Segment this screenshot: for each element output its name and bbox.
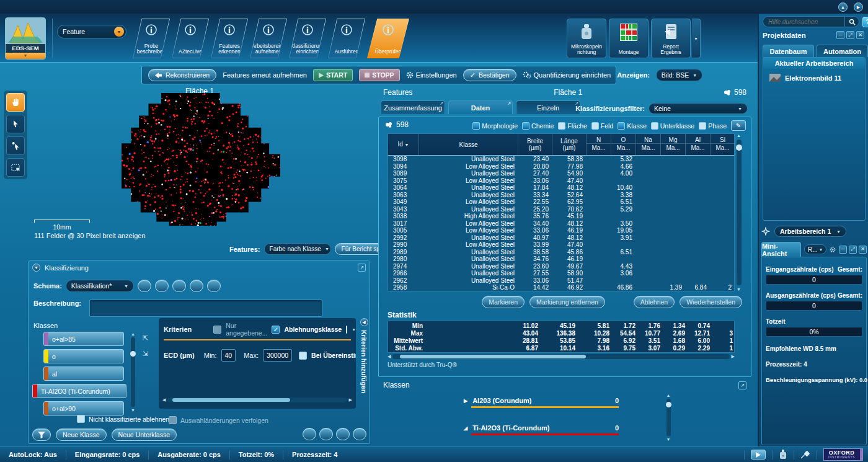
table-row[interactable]: 2992 Unalloyed Steel 40.97 48.12 3.91 — [388, 234, 734, 242]
column-checkbox-item[interactable]: Klasse — [618, 122, 647, 130]
table-row[interactable]: 2958 Si-Ca-O 14.42 46.92 46.86 1.39 6.84… — [388, 284, 734, 291]
expand-panel-icon[interactable]: ↗ — [738, 381, 746, 389]
close-icon[interactable]: ✕ — [856, 31, 864, 39]
expand-panel-icon[interactable]: ↗ — [358, 264, 366, 272]
ablehnen-button[interactable]: Ablehnen — [634, 296, 675, 308]
klassen-item[interactable]: ◢ Ti-Al2O3 (Ti-Corundum) 0 — [464, 424, 619, 435]
sidebar-tab[interactable]: Datenbaum — [763, 45, 814, 57]
neue-unterklasse-button[interactable]: Neue Unterklasse — [112, 429, 177, 441]
move-down-icon[interactable]: ⇲ — [143, 350, 148, 358]
collapse-left-icon[interactable]: ◀ — [360, 318, 368, 326]
col-al[interactable]: AlMa... — [686, 134, 711, 155]
schema-dropdown[interactable]: Klassifikation*▼ — [66, 280, 134, 292]
mini-ansicht-tab[interactable]: Mini-Ansicht — [761, 242, 801, 257]
table-row[interactable]: 2953 Unalloyed Steel 35.97 49.85 — [388, 291, 734, 292]
scroll-up-icon[interactable]: ▲ — [131, 332, 135, 336]
col-n[interactable]: NMa... — [587, 134, 611, 155]
table-row[interactable]: 3094 Low Alloyed Steel 20.80 77.98 4.66 — [388, 163, 734, 171]
scroll-thumb[interactable] — [172, 398, 290, 402]
checkbox[interactable] — [522, 122, 529, 130]
workflow-step[interactable]: Ausführen — [328, 19, 365, 58]
table-row[interactable]: 3005 Low Alloyed Steel 33.06 46.19 19.05 — [388, 227, 734, 234]
checkbox[interactable] — [591, 122, 599, 130]
klass-save-button[interactable] — [303, 428, 316, 440]
col-o[interactable]: OMa... — [611, 134, 636, 155]
klass-save-button[interactable] — [353, 428, 366, 440]
sidebar-tab[interactable]: Automation — [817, 45, 868, 57]
ablehnungsklasse-checkbox[interactable]: ✓ — [272, 326, 280, 334]
feature-select-tool[interactable] — [6, 136, 25, 155]
col-na[interactable]: NaMa... — [636, 134, 661, 155]
workflow-step[interactable]: Features erkennen — [211, 19, 248, 58]
scroll-down-icon[interactable]: ▼ — [737, 287, 741, 291]
kriterien-hscrollbar[interactable]: ◀ ▶ — [162, 398, 352, 402]
pin-icon[interactable] — [800, 450, 810, 459]
class-item[interactable]: Ti-Al2O3 (Ti-Corundum) — [32, 384, 126, 398]
close-icon[interactable]: ✕ — [859, 246, 867, 254]
min-input[interactable]: 40 — [221, 349, 236, 362]
ratemeter-dropdown[interactable]: R...▼ — [804, 244, 826, 254]
nav-up-button[interactable]: ▲ — [838, 2, 848, 12]
max-input[interactable]: 300000 — [263, 349, 292, 362]
beschreibung-input[interactable] — [89, 300, 322, 317]
minimize-icon[interactable]: ─ — [836, 31, 844, 39]
report-dropdown-arrow[interactable]: ▼ — [692, 19, 701, 58]
features-tab[interactable]: Daten ↗ — [448, 100, 513, 114]
report-ergebnis-button[interactable]: Report Ergebnis — [651, 19, 691, 58]
neue-klasse-button[interactable]: Neue Klasse — [56, 429, 107, 441]
bei-uebereinstimmung-checkbox[interactable] — [299, 352, 307, 360]
marquee-tool[interactable] — [6, 158, 25, 177]
col-id[interactable]: Id ▼ — [388, 134, 419, 155]
column-checkbox-item[interactable]: Fläche — [558, 122, 587, 130]
col-si[interactable]: SiMa... — [711, 134, 735, 155]
markieren-button[interactable]: Markieren — [482, 296, 525, 308]
filter-button[interactable] — [32, 429, 51, 441]
class-item[interactable]: o+al>90 — [43, 401, 124, 415]
scroll-thumb[interactable] — [400, 355, 586, 358]
workspace-switch-icon[interactable] — [761, 227, 770, 236]
sample-image[interactable] — [122, 93, 280, 226]
klass-save-button[interactable] — [336, 428, 350, 440]
col-klasse[interactable]: Klasse — [419, 134, 518, 155]
class-list-scrollbar[interactable]: ▲ ▼ — [130, 332, 136, 412]
workflow-step[interactable]: Arbeitsbereich aufnehmen — [250, 19, 287, 58]
kriterien-hinzufuegen-label[interactable]: Kriterien hinzufügen — [360, 330, 368, 393]
workflow-step[interactable]: Überprüfen — [367, 19, 409, 58]
features-tab[interactable]: Zusammenfassung ↗ — [381, 100, 445, 114]
schema-action-button[interactable] — [155, 280, 169, 292]
table-row[interactable]: 3038 High Alloyed Steel 35.76 45.19 — [388, 213, 734, 220]
edit-columns-button[interactable]: ✎ — [731, 120, 746, 131]
schema-action-button[interactable] — [207, 280, 221, 292]
statistik-hscrollbar[interactable]: ◀ ▶ — [388, 354, 735, 359]
col-mg[interactable]: MgMa... — [661, 134, 686, 155]
table-row[interactable]: 3064 Unalloyed Steel 17.84 48.12 10.40 — [388, 184, 734, 192]
klassen-item[interactable]: ▶ Al203 (Corundum) 0 — [464, 397, 619, 408]
einstellungen-button[interactable]: Einstellungen — [406, 71, 457, 79]
bestaetigen-button[interactable]: ✓ Bestätigen — [463, 69, 516, 81]
nur-angegebene-checkbox[interactable] — [213, 326, 221, 334]
schema-action-button[interactable] — [172, 280, 186, 292]
wiederherstellen-button[interactable]: Wiederherstellen — [680, 296, 742, 308]
mode-dropdown[interactable]: Feature▼ — [57, 25, 126, 38]
eds-sem-expand[interactable]: ▼ — [6, 53, 45, 59]
features-tab[interactable]: Einzeln ↗ — [516, 100, 580, 114]
scroll-down-icon[interactable]: ▼ — [131, 408, 135, 412]
table-scrollbar[interactable]: ▲ ▼ — [736, 133, 742, 291]
scroll-thumb[interactable] — [666, 402, 671, 407]
minimize-icon[interactable]: ─ — [839, 246, 847, 254]
eds-sem-app-button[interactable]: EDS-SEM ▼ — [5, 17, 46, 60]
table-row[interactable]: 2966 Unalloyed Steel 27.55 58.90 3.06 — [388, 270, 734, 277]
scroll-thumb[interactable] — [130, 351, 136, 357]
nicht-klassifizierte-checkbox[interactable] — [77, 415, 85, 423]
table-row[interactable]: 2980 Unalloyed Steel 34.76 46.19 — [388, 255, 734, 263]
checkbox[interactable] — [618, 122, 625, 130]
checkbox[interactable] — [558, 122, 565, 130]
column-checkbox-item[interactable]: Unterklasse — [651, 122, 694, 130]
table-row[interactable]: 3049 Low Alloyed Steel 22.55 62.95 6.51 — [388, 198, 734, 206]
start-button[interactable]: START — [313, 69, 353, 81]
scroll-thumb[interactable] — [736, 144, 742, 151]
restore-icon[interactable]: ⤢ — [849, 246, 857, 254]
color-mode-dropdown[interactable]: Farbe nach Klasse▼ — [264, 243, 331, 255]
workflow-step[interactable]: Klassifizierung einrichten — [289, 19, 326, 58]
markierung-entfernen-button[interactable]: Markierung entfernen — [529, 296, 605, 308]
